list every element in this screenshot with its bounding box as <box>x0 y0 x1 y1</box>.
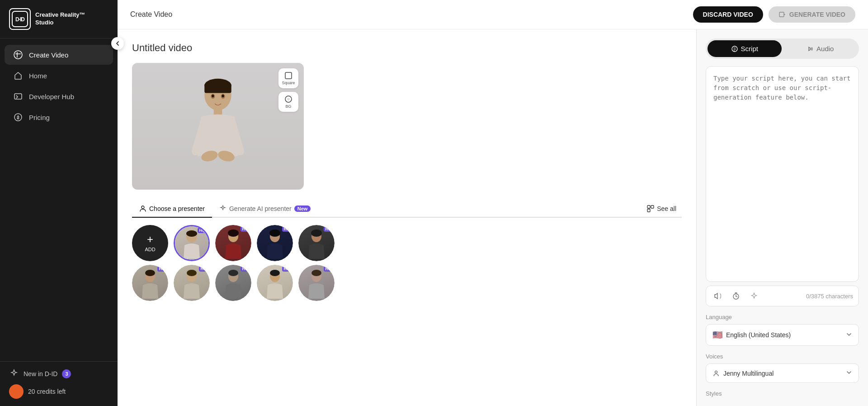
sidebar-item-label: Create Video <box>29 51 68 59</box>
presenter-tabs: Choose a presenter Generate AI presenter… <box>132 201 682 218</box>
chevron-down-icon <box>846 369 852 377</box>
sidebar-item-label: Pricing <box>29 114 50 121</box>
flag-icon: 🇺🇸 <box>712 330 722 340</box>
presenter-5[interactable]: HQ <box>132 265 168 301</box>
content-area: Untitled video <box>118 29 868 406</box>
presenter-6[interactable]: HQ <box>174 265 210 301</box>
add-presenter-button[interactable]: + ADD <box>132 225 168 261</box>
svg-text:D·ID: D·ID <box>15 16 25 23</box>
hq-badge: HQ <box>241 266 250 272</box>
credits-label: 20 credits left <box>28 388 66 395</box>
svg-point-18 <box>212 95 214 98</box>
tab-generate-ai-presenter-label: Generate AI presenter <box>229 205 292 212</box>
new-badge: 3 <box>62 369 71 378</box>
svg-rect-25 <box>651 205 654 208</box>
svg-point-19 <box>222 95 224 98</box>
page-title: Create Video <box>130 10 172 19</box>
svg-point-36 <box>145 270 155 276</box>
svg-line-48 <box>736 296 737 297</box>
presenter-3[interactable]: HQ <box>257 225 293 261</box>
svg-point-34 <box>311 229 322 237</box>
tab-choose-presenter-label: Choose a presenter <box>149 205 205 212</box>
add-label: ADD <box>145 247 155 252</box>
svg-rect-12 <box>204 84 231 93</box>
voices-dropdown[interactable]: Jenny Multilingual <box>706 363 859 383</box>
logo-icon: D·ID <box>9 8 31 30</box>
voice-value: Jenny Multilingual <box>723 370 774 377</box>
bg-label: BG <box>285 104 291 109</box>
svg-rect-20 <box>285 72 292 79</box>
hq-badge: HQ <box>324 266 334 272</box>
tab-choose-presenter[interactable]: Choose a presenter <box>132 201 212 218</box>
language-dropdown[interactable]: 🇺🇸 English (United States) <box>706 324 859 346</box>
sidebar-bottom: New in D-ID 3 20 credits left <box>0 361 118 406</box>
credits-row: 20 credits left <box>9 384 108 399</box>
presenter-7[interactable]: HQ <box>215 265 251 301</box>
generate-video-button[interactable]: GENERATE VIDEO <box>769 6 855 23</box>
discard-video-button[interactable]: DISCARD VIDEO <box>693 6 763 23</box>
presenter-8[interactable]: HQ <box>257 265 293 301</box>
voices-section: Voices Jenny Multilingual <box>706 353 859 383</box>
hq-badge: HQ <box>282 266 292 272</box>
language-value: English (United States) <box>726 331 791 339</box>
tab-generate-ai-presenter[interactable]: Generate AI presenter New <box>212 201 318 218</box>
presenter-2[interactable]: HQ <box>215 225 251 261</box>
sidebar-item-label: Home <box>29 72 47 80</box>
script-audio-tabs: Script Audio <box>706 38 859 59</box>
tab-script[interactable]: Script <box>708 40 782 57</box>
tab-audio[interactable]: Audio <box>783 40 858 57</box>
char-count: 0/3875 characters <box>806 293 853 300</box>
bg-button[interactable]: BG <box>278 92 298 112</box>
language-section: Language 🇺🇸 English (United States) <box>706 314 859 346</box>
voice-icon <box>712 370 720 377</box>
script-panel: Script Audio 0/3875 <box>696 29 868 406</box>
svg-point-32 <box>269 229 280 237</box>
svg-rect-24 <box>647 205 650 208</box>
sidebar-item-developer-hub[interactable]: Developer Hub <box>5 86 113 106</box>
presenter-9[interactable]: HQ <box>298 265 335 301</box>
svg-point-2 <box>14 51 22 59</box>
square-button[interactable]: Square <box>278 68 298 88</box>
new-in-did-label: New in D-ID <box>24 370 57 377</box>
top-bar-actions: DISCARD VIDEO GENERATE VIDEO <box>693 6 855 23</box>
presenters-row-1: + ADD HQ HQ <box>132 218 682 261</box>
hq-badge: HQ <box>199 266 209 272</box>
main-content: Create Video DISCARD VIDEO GENERATE VIDE… <box>118 0 868 406</box>
svg-point-44 <box>311 270 321 276</box>
new-badge: New <box>294 205 311 212</box>
sidebar-item-label: Developer Hub <box>29 93 74 100</box>
voices-label: Voices <box>706 353 859 360</box>
script-textarea[interactable] <box>706 66 859 282</box>
see-all-label: See all <box>657 205 676 212</box>
brand-name: Creative Reality™ Studio <box>35 11 85 27</box>
chevron-down-icon <box>846 331 852 339</box>
svg-point-42 <box>270 270 280 276</box>
sidebar-item-home[interactable]: Home <box>5 66 113 86</box>
timer-icon[interactable] <box>730 290 742 302</box>
see-all-button[interactable]: See all <box>642 202 682 215</box>
spark-icon[interactable] <box>748 290 760 302</box>
svg-rect-9 <box>779 12 784 17</box>
video-preview: Square BG <box>132 63 304 190</box>
svg-rect-26 <box>647 209 650 212</box>
presenters-row-2: HQ HQ HQ <box>132 261 682 301</box>
presenter-1[interactable]: HQ <box>174 225 210 261</box>
volume-icon[interactable] <box>712 290 724 302</box>
svg-point-23 <box>142 206 144 209</box>
presenter-figure <box>132 63 304 190</box>
hq-badge: HQ <box>282 226 292 232</box>
sidebar-collapse-button[interactable] <box>111 37 124 50</box>
sidebar-item-create-video[interactable]: Create Video <box>5 45 113 65</box>
hq-badge: HQ <box>241 226 250 232</box>
presenter-4[interactable]: HQ <box>298 225 335 261</box>
generate-video-label: GENERATE VIDEO <box>789 11 845 18</box>
sidebar-item-pricing[interactable]: Pricing <box>5 107 113 127</box>
square-label: Square <box>282 81 295 85</box>
tab-script-label: Script <box>741 45 758 53</box>
new-in-did[interactable]: New in D-ID 3 <box>9 369 108 379</box>
svg-point-30 <box>228 229 239 237</box>
svg-point-38 <box>187 270 197 276</box>
svg-point-28 <box>186 230 197 237</box>
video-title: Untitled video <box>132 42 682 54</box>
hq-badge: HQ <box>324 226 334 232</box>
